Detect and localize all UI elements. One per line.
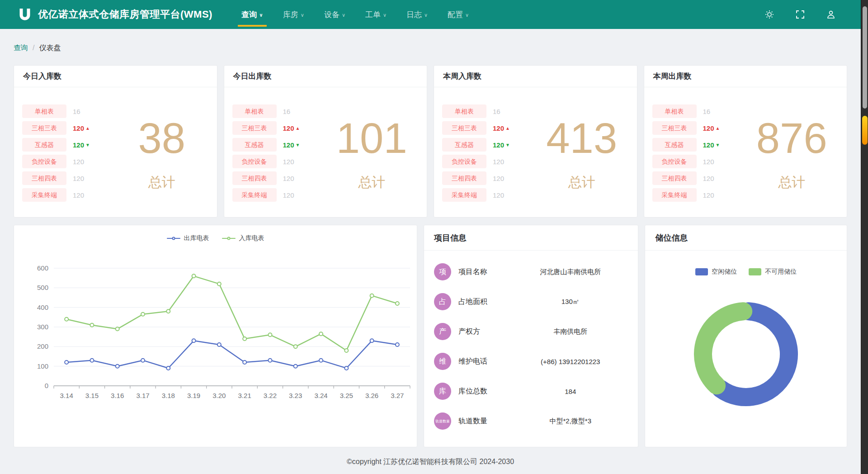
metric-value: 120 bbox=[493, 124, 504, 132]
breadcrumb-dashboard: 仪表盘 bbox=[39, 43, 61, 53]
legend-item-不可用储位[interactable]: 不可用储位 bbox=[749, 268, 797, 276]
user-icon[interactable] bbox=[826, 9, 836, 19]
nav-item-log[interactable]: 日志∨ bbox=[402, 0, 432, 29]
metric-row: 采集终端120 bbox=[652, 188, 745, 202]
x-axis-tick-label: 3.21 bbox=[238, 392, 251, 399]
data-point-出库电表 bbox=[166, 366, 170, 370]
data-point-出库电表 bbox=[370, 339, 374, 342]
info-label: 占地面积 bbox=[458, 297, 513, 307]
stat-card-body: 单相表16三相三表120▲互感器120▼负控设备120三相四表120采集终端12… bbox=[224, 87, 427, 217]
donut-slice-空闲储位[interactable] bbox=[721, 311, 789, 397]
y-axis-tick-label: 200 bbox=[37, 342, 48, 350]
line-series-dot bbox=[172, 237, 175, 240]
chevron-down-icon: ∨ bbox=[342, 12, 345, 18]
total-block: 38总计 bbox=[115, 92, 209, 217]
x-axis-tick-label: 3.23 bbox=[289, 392, 302, 399]
trend-up-icon: ▲ bbox=[505, 126, 510, 131]
breadcrumb-query[interactable]: 查询 bbox=[14, 43, 28, 53]
project-info-row: 项项目名称河北唐山丰南供电所 bbox=[434, 257, 628, 287]
metric-value: 16 bbox=[283, 108, 291, 115]
total-value: 38 bbox=[138, 117, 185, 160]
metric-value: 120 bbox=[703, 191, 714, 199]
avatar: 轨道数量 bbox=[434, 412, 451, 430]
metric-value: 16 bbox=[703, 108, 711, 115]
metric-row: 负控设备120 bbox=[442, 155, 535, 168]
metric-tag: 三相四表 bbox=[22, 171, 66, 185]
legend-swatch bbox=[695, 268, 708, 275]
data-point-出库电表 bbox=[344, 366, 348, 370]
storage-info-title: 储位信息 bbox=[645, 225, 847, 251]
chevron-down-icon: ∨ bbox=[301, 12, 304, 18]
legend-item-出库电表[interactable]: 出库电表 bbox=[167, 234, 209, 242]
vertical-scrollbar[interactable] bbox=[861, 0, 868, 474]
app-logo: 优亿诺立体式仓储库房管理平台(WMS) bbox=[17, 7, 212, 22]
nav-item-workorder[interactable]: 工单∨ bbox=[361, 0, 391, 29]
metric-tag: 单相表 bbox=[22, 104, 66, 118]
data-point-出库电表 bbox=[243, 360, 246, 364]
x-axis-tick-label: 3.19 bbox=[187, 392, 200, 399]
metric-row: 互感器120▼ bbox=[22, 138, 115, 152]
storage-info-panel: 储位信息 空闲储位不可用储位 bbox=[645, 225, 847, 447]
metric-value: 120 bbox=[493, 141, 504, 149]
app-title: 优亿诺立体式仓储库房管理平台(WMS) bbox=[38, 8, 212, 21]
donut-slice-不可用储位[interactable] bbox=[703, 311, 743, 385]
top-navbar: 优亿诺立体式仓储库房管理平台(WMS) 查询∨库房∨设备∨工单∨日志∨配置∨ bbox=[0, 0, 861, 29]
metric-row: 三相三表120▲ bbox=[22, 121, 115, 135]
scrollbar-thumb[interactable] bbox=[863, 6, 867, 109]
x-axis-tick-label: 3.22 bbox=[264, 392, 277, 399]
legend-item-空闲储位[interactable]: 空闲储位 bbox=[695, 268, 737, 276]
series-line-入库电表 bbox=[66, 276, 397, 351]
metric-tag: 采集终端 bbox=[652, 188, 697, 202]
x-axis-tick-label: 3.18 bbox=[162, 392, 175, 399]
metric-tag: 三相四表 bbox=[652, 171, 697, 185]
line-chart-panel: 出库电表入库电表 01002003004005006003.143.153.16… bbox=[14, 225, 417, 447]
fullscreen-icon[interactable] bbox=[795, 9, 805, 19]
nav-item-config[interactable]: 配置∨ bbox=[443, 0, 473, 29]
main-menu: 查询∨库房∨设备∨工单∨日志∨配置∨ bbox=[231, 0, 479, 29]
metric-tag: 三相三表 bbox=[22, 121, 66, 135]
metric-row: 负控设备120 bbox=[232, 155, 325, 168]
metric-tag: 互感器 bbox=[652, 138, 697, 152]
info-label: 维护电话 bbox=[458, 357, 513, 366]
legend-item-入库电表[interactable]: 入库电表 bbox=[222, 234, 264, 242]
data-point-出库电表 bbox=[396, 343, 399, 346]
metric-value: 120 bbox=[283, 158, 294, 166]
nav-item-query[interactable]: 查询∨ bbox=[237, 0, 268, 29]
data-point-入库电表 bbox=[166, 309, 170, 313]
metric-tag: 单相表 bbox=[442, 104, 486, 118]
metric-row: 负控设备120 bbox=[652, 155, 745, 168]
metric-tag: 负控设备 bbox=[652, 155, 697, 168]
y-axis-tick-label: 100 bbox=[37, 362, 48, 370]
trend-up-icon: ▲ bbox=[296, 126, 300, 131]
metric-value: 120 bbox=[493, 175, 504, 182]
brightness-icon[interactable] bbox=[764, 9, 774, 19]
metric-value: 120 bbox=[283, 175, 294, 182]
avatar: 占 bbox=[434, 293, 451, 310]
metric-tag: 单相表 bbox=[652, 104, 697, 118]
nav-item-warehouse[interactable]: 库房∨ bbox=[278, 0, 309, 29]
y-axis-tick-label: 300 bbox=[37, 323, 48, 331]
nav-item-label: 库房 bbox=[283, 9, 298, 20]
metric-tag: 三相三表 bbox=[232, 121, 277, 135]
nav-item-device[interactable]: 设备∨ bbox=[320, 0, 350, 29]
data-point-出库电表 bbox=[116, 365, 119, 368]
metric-tag: 采集终端 bbox=[442, 188, 486, 202]
metric-tag: 采集终端 bbox=[22, 188, 66, 202]
data-point-出库电表 bbox=[217, 343, 221, 346]
stat-card-title: 本周入库数 bbox=[434, 66, 637, 87]
stat-card-body: 单相表16三相三表120▲互感器120▼负控设备120三相四表120采集终端12… bbox=[644, 87, 847, 217]
stat-card-4: 本周出库数单相表16三相三表120▲互感器120▼负控设备120三相四表120采… bbox=[644, 65, 848, 218]
metric-value: 120 bbox=[73, 158, 84, 166]
stat-card-title: 本周出库数 bbox=[644, 66, 847, 87]
metric-row: 单相表16 bbox=[442, 104, 535, 118]
metric-value: 120 bbox=[703, 141, 714, 149]
metric-value: 16 bbox=[493, 108, 500, 115]
metric-row: 采集终端120 bbox=[232, 188, 325, 202]
logo-u-icon bbox=[17, 7, 33, 22]
info-value: 130㎡ bbox=[513, 298, 628, 306]
metric-value: 120 bbox=[493, 191, 504, 199]
legend-label: 不可用储位 bbox=[765, 268, 797, 276]
legend-label: 空闲储位 bbox=[712, 268, 737, 276]
metric-tag: 负控设备 bbox=[442, 155, 486, 168]
metric-list: 单相表16三相三表120▲互感器120▼负控设备120三相四表120采集终端12… bbox=[442, 104, 535, 217]
